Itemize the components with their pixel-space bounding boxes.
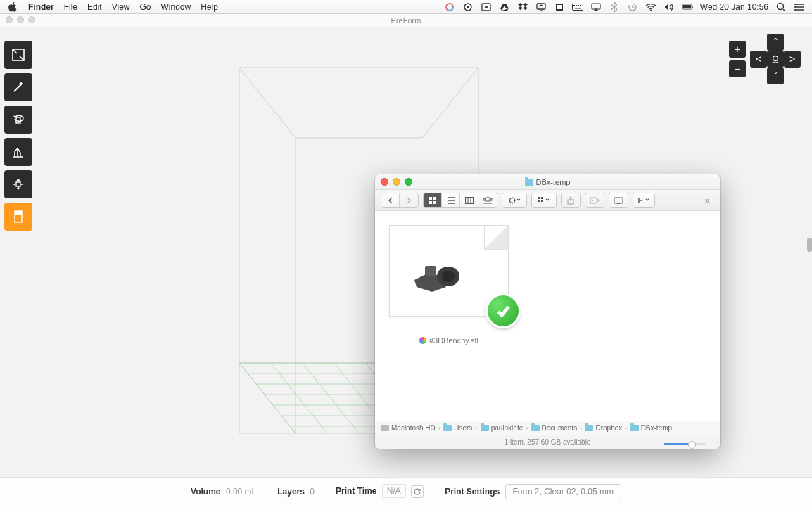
apple-icon[interactable] xyxy=(7,1,18,13)
svg-rect-11 xyxy=(576,5,577,6)
svg-line-36 xyxy=(239,363,296,433)
preform-titlebar: PreForm xyxy=(0,14,812,27)
svg-line-30 xyxy=(239,68,296,138)
layers-tool-button[interactable] xyxy=(4,203,32,231)
scale-tool-button[interactable] xyxy=(4,41,32,69)
finder-toolbar-overflow[interactable]: » xyxy=(700,193,714,207)
finder-close-button[interactable] xyxy=(381,178,388,186)
display-icon[interactable] xyxy=(535,1,547,13)
file-dogear-icon xyxy=(484,226,508,250)
zoom-in-button[interactable]: + xyxy=(729,41,746,58)
menu-edit[interactable]: Edit xyxy=(87,2,102,12)
view-nav-pad: + − ˄ ˅ < > xyxy=(729,34,801,84)
path-seg-user[interactable]: paulokiefe xyxy=(481,424,524,432)
rotate-tool-button[interactable] xyxy=(4,106,32,134)
view-right-button[interactable]: > xyxy=(784,51,801,68)
menu-go[interactable]: Go xyxy=(140,2,151,12)
sync-ok-badge-icon xyxy=(486,293,521,328)
record-icon[interactable] xyxy=(462,1,474,13)
finder-column-view-button[interactable] xyxy=(460,193,478,207)
recalculate-button[interactable] xyxy=(411,485,424,498)
wifi-icon[interactable] xyxy=(645,1,656,13)
finder-list-view-button[interactable] xyxy=(442,193,460,207)
path-seg-disk[interactable]: Macintosh HD xyxy=(381,424,436,432)
finder-dropbox-menu[interactable] xyxy=(633,193,654,207)
keyboard-icon[interactable] xyxy=(572,1,583,13)
finder-coverflow-view-button[interactable] xyxy=(478,193,497,207)
menu-view[interactable]: View xyxy=(112,2,130,12)
path-seg-dropbox[interactable]: Dropbox xyxy=(585,424,622,432)
svg-line-37 xyxy=(271,363,327,433)
view-left-button[interactable]: < xyxy=(750,51,767,68)
folder-icon xyxy=(481,425,489,431)
view-home-button[interactable] xyxy=(767,51,784,68)
finder-share-button[interactable] xyxy=(562,193,580,207)
print-settings-button[interactable]: Form 2, Clear 02, 0.05 mm xyxy=(505,484,621,499)
finder-forward-button[interactable] xyxy=(400,193,418,207)
finder-back-button[interactable] xyxy=(381,193,400,207)
svg-rect-9 xyxy=(572,4,583,10)
folder-icon xyxy=(630,425,639,431)
finder-icon-view-button[interactable] xyxy=(424,193,442,207)
finder-content-area[interactable]: #3DBenchy.stl xyxy=(375,211,720,421)
magic-wand-tool-button[interactable] xyxy=(4,73,32,101)
view-up-button[interactable]: ˄ xyxy=(767,34,784,51)
finder-view-buttons xyxy=(423,193,497,208)
svg-point-5 xyxy=(485,6,488,8)
screenrec-icon[interactable] xyxy=(481,1,492,13)
timemachine-icon[interactable] xyxy=(627,1,638,13)
finder-window[interactable]: DBx-temp » xyxy=(375,174,720,449)
finder-status-bar: 1 item, 257,69 GB available xyxy=(375,435,720,449)
airplay-icon[interactable] xyxy=(590,1,602,13)
zoom-out-button[interactable]: − xyxy=(729,60,746,77)
finder-quicklook-button[interactable] xyxy=(609,193,628,207)
svg-rect-62 xyxy=(538,197,540,199)
path-seg-documents[interactable]: Documents xyxy=(531,424,578,432)
svg-rect-65 xyxy=(541,200,543,202)
finder-icon-size-slider[interactable] xyxy=(664,443,706,445)
svg-point-29 xyxy=(773,56,778,61)
file-item[interactable]: #3DBenchy.stl xyxy=(389,225,509,345)
menu-file[interactable]: File xyxy=(64,2,77,12)
notification-center-icon[interactable] xyxy=(794,1,805,13)
preform-left-toolbar xyxy=(4,41,32,231)
finder-action-menu[interactable] xyxy=(502,193,526,207)
path-seg-current[interactable]: DBx-temp xyxy=(630,424,672,432)
finder-minimise-button[interactable] xyxy=(393,178,400,186)
spotlight-icon[interactable] xyxy=(775,1,787,13)
preform-workspace[interactable]: + − ˄ ˅ < > xyxy=(0,27,812,477)
svg-rect-72 xyxy=(425,266,436,276)
finder-toolbar: » xyxy=(375,190,720,211)
svg-rect-50 xyxy=(429,197,432,200)
folder-icon xyxy=(443,425,452,431)
preform-close-button[interactable] xyxy=(6,16,13,23)
finder-zoom-button[interactable] xyxy=(405,178,412,186)
printtime-label: Print Time xyxy=(336,486,376,496)
svg-rect-52 xyxy=(429,201,432,204)
menuextra-square-icon[interactable] xyxy=(554,1,565,13)
menu-window[interactable]: Window xyxy=(161,2,191,12)
preform-zoom-button[interactable] xyxy=(28,16,35,23)
model-preview-icon xyxy=(404,248,474,298)
layer-slider-thumb[interactable] xyxy=(807,238,812,252)
disk-icon xyxy=(381,425,389,431)
printtime-value: N/A xyxy=(382,484,406,498)
battery-icon[interactable] xyxy=(682,1,693,13)
volume-icon[interactable] xyxy=(664,1,675,13)
layout-tool-button[interactable] xyxy=(4,170,32,198)
finder-arrange-menu[interactable] xyxy=(532,193,556,207)
active-app-name[interactable]: Finder xyxy=(28,2,54,12)
finder-tags-button[interactable] xyxy=(585,193,604,207)
menubar-datetime[interactable]: Wed 20 Jan 10:56 xyxy=(700,2,768,12)
layers-label: Layers xyxy=(277,487,305,497)
view-down-button[interactable]: ˅ xyxy=(767,68,784,84)
path-seg-users[interactable]: Users xyxy=(443,424,472,432)
supports-tool-button[interactable] xyxy=(4,138,32,166)
menu-extra-1-icon[interactable] xyxy=(444,1,455,13)
preform-minimise-button[interactable] xyxy=(17,16,24,23)
menu-help[interactable]: Help xyxy=(201,2,218,12)
dropbox-icon[interactable] xyxy=(517,1,528,13)
bluetooth-icon[interactable] xyxy=(609,1,620,13)
finder-titlebar[interactable]: DBx-temp xyxy=(375,174,720,190)
gdrive-icon[interactable] xyxy=(499,1,510,13)
